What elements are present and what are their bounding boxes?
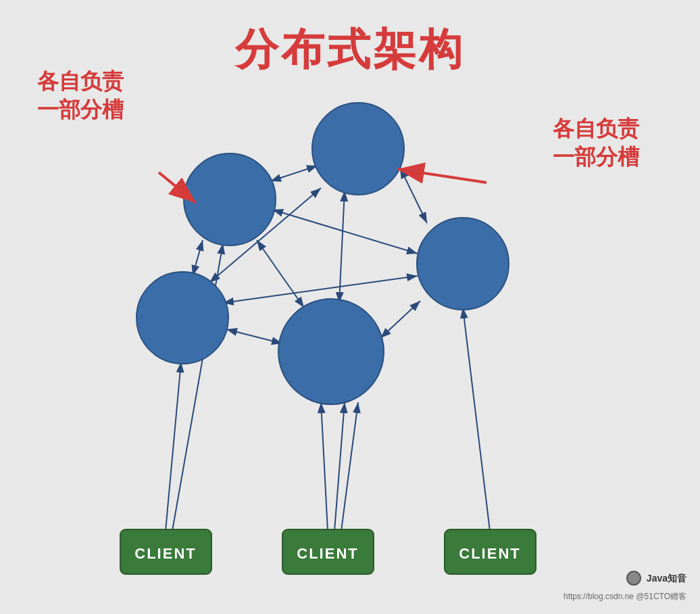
svg-line-8 (400, 168, 427, 223)
svg-line-22 (397, 169, 486, 183)
diagram-svg: CLIENT CLIENT CLIENT (0, 0, 700, 614)
svg-text:CLIENT: CLIENT (134, 545, 196, 562)
node-2 (312, 103, 404, 195)
watermark: Java知音 https://blog.csdn.ne @51CTO赠客 (564, 571, 686, 603)
watermark-brand: Java知音 (626, 571, 686, 586)
node-4 (278, 299, 384, 404)
svg-line-14 (321, 402, 328, 531)
svg-line-2 (270, 166, 318, 181)
svg-line-10 (223, 276, 418, 303)
node-3 (136, 272, 228, 364)
svg-text:CLIENT: CLIENT (459, 545, 520, 562)
svg-line-17 (463, 308, 490, 531)
svg-line-3 (193, 240, 203, 276)
watermark-url: https://blog.csdn.ne @51CTO赠客 (564, 590, 686, 603)
svg-line-5 (272, 210, 418, 254)
svg-line-9 (226, 329, 282, 344)
svg-line-12 (166, 362, 181, 531)
svg-text:CLIENT: CLIENT (297, 545, 358, 562)
svg-line-11 (380, 301, 420, 338)
node-1 (184, 154, 276, 245)
node-5 (417, 218, 509, 310)
